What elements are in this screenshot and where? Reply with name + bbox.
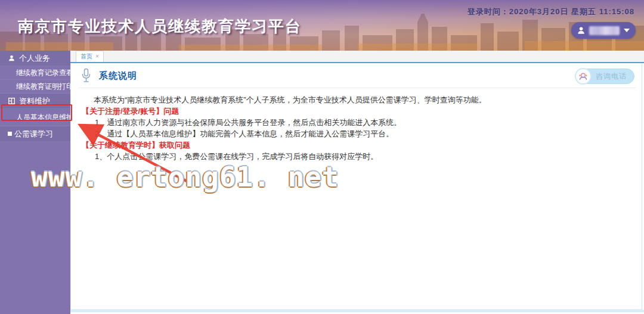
square-icon (7, 131, 13, 136)
sidebar-item-label: 公需课学习 (14, 129, 53, 139)
user-menu-button[interactable] (571, 22, 636, 39)
app-root: 南京市专业技术人员继续教育学习平台 登录时间：2020年3月20日 星期五 11… (0, 0, 644, 314)
sidebar-item-label: 人员基本信息维护 (16, 113, 73, 123)
close-icon[interactable]: × (95, 54, 99, 60)
chevron-down-icon (624, 29, 630, 32)
faq-heading: 【关于注册/登录/账号】问题 (82, 105, 523, 117)
sidebar-item-label: 个人业务 (19, 53, 50, 64)
sidebar-nav: 个人业务 继续教育记录查看 继续教育证明打印 资料维护 (0, 51, 70, 314)
microphone-icon (82, 68, 91, 83)
section-header: 系统说明 (82, 68, 137, 83)
sidebar-item-label: 资料维护 (19, 96, 50, 107)
sidebar-item-data-maintenance[interactable]: 资料维护 (0, 94, 70, 109)
grid-icon (8, 98, 15, 104)
section-title: 系统说明 (99, 70, 137, 82)
tab-home-label: 首页 (80, 52, 92, 61)
divider (78, 88, 636, 88)
user-icon (577, 26, 585, 35)
sidebar-item-label: 继续教育记录查看 (16, 68, 73, 78)
support-agent-icon (575, 68, 592, 85)
sidebar-item-public-course-learning[interactable]: 公需课学习 (0, 126, 70, 142)
sidebar-item-label: 继续教育证明打印 (16, 82, 73, 92)
sidebar-item-edu-record-view[interactable]: 继续教育记录查看 (0, 66, 70, 80)
sidebar-item-basic-info-maintenance[interactable]: 人员基本信息维护 (0, 109, 70, 126)
intro-paragraph: 本系统为“南京市专业技术人员继续教育系统”个人子系统，为全市专业技术人员提供公需… (82, 94, 523, 105)
faq-item: 2、通过【人员基本信息维护】功能完善个人基本信息，然后才能进入公需课学习平台。 (82, 128, 523, 139)
consult-phone-button[interactable]: 咨询电话 (575, 68, 634, 85)
page-title: 南京市专业技术人员继续教育学习平台 (18, 16, 302, 37)
user-icon (8, 55, 15, 61)
faq-item: 1、通过南京市人力资源与社会保障局公共服务平台登录，然后点击相关功能进入本系统。 (82, 117, 523, 128)
login-time-text: 登录时间：2020年3月20日 星期五 11:15:08 (467, 7, 634, 17)
system-description-content: 本系统为“南京市专业技术人员继续教育系统”个人子系统，为全市专业技术人员提供公需… (82, 94, 523, 162)
tab-home[interactable]: 首页 × (76, 51, 104, 62)
sidebar-item-personal-business[interactable]: 个人业务 (0, 51, 70, 66)
faq-item: 1、个人点击公需课学习，免费公需课在线学习，完成学习后将自动获得对应学时。 (82, 151, 523, 162)
sidebar-item-edu-cert-print[interactable]: 继续教育证明打印 (0, 80, 70, 94)
faq-heading: 【关于继续教育学时】获取问题 (82, 139, 523, 151)
header-banner: 南京市专业技术人员继续教育学习平台 登录时间：2020年3月20日 星期五 11… (0, 0, 644, 51)
user-name-redacted (589, 26, 620, 35)
main-panel: 系统说明 咨询电话 本系统为“南京市专业技术人员继续教育系统”个人子系统，为全市… (70, 63, 642, 311)
panel-bottom-border (70, 310, 644, 312)
tab-strip: 首页 × (70, 51, 644, 63)
